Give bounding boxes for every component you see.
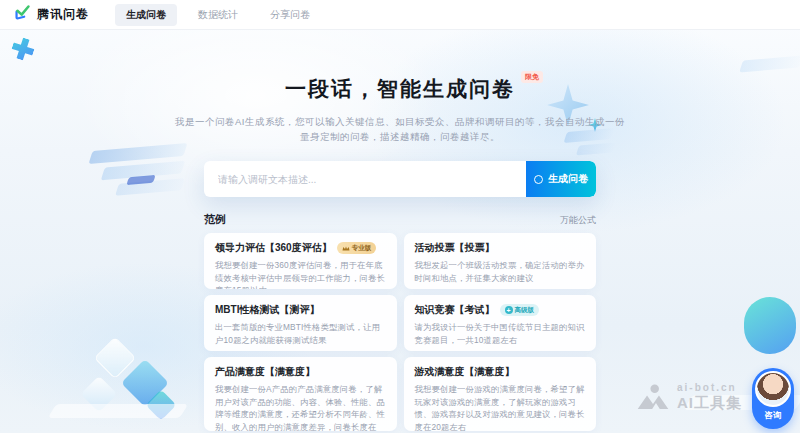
example-card-leadership[interactable]: 领导力评估【360度评估】 专业版 我想要创建一份360度评估问卷，用于在年底绩… xyxy=(204,233,397,289)
tab-data-statistics[interactable]: 数据统计 xyxy=(187,4,249,26)
ai-bot-watermark: ai-bot.cn AI工具集 xyxy=(636,382,742,413)
watermark-title: AI工具集 xyxy=(677,394,742,413)
example-card-mbti[interactable]: MBTI性格测试【测评】 出一套简版的专业MBTI性格类型测试，让用户10题之内… xyxy=(204,295,397,351)
hero-section: 一段话，智能生成问卷 限免 我是一个问卷AI生成系统，您可以输入关键信息、如目标… xyxy=(0,30,800,144)
example-cards: 领导力评估【360度评估】 专业版 我想要创建一份360度评估问卷，用于在年底绩… xyxy=(204,233,596,431)
example-card-vote[interactable]: 活动投票【投票】 我想发起一个班级活动投票，确定活动的举办时间和地点，并征集大家… xyxy=(404,233,597,289)
contact-label: 咨询 xyxy=(755,410,791,422)
contact-widget[interactable]: 咨询 xyxy=(752,368,794,429)
deco-teal-cylinder xyxy=(744,297,796,354)
crown-icon xyxy=(342,245,350,252)
hero-description: 我是一个问卷AI生成系统，您可以输入关键信息、如目标受众、品牌和调研目的等，我会… xyxy=(0,114,800,144)
brand-name: 腾讯问卷 xyxy=(37,6,89,23)
example-card-quiz[interactable]: 知识竞赛【考试】 + 高级版 请为我设计一份关于中国传统节日主题的知识竞赛题目，… xyxy=(404,295,597,351)
survey-description-input[interactable] xyxy=(204,161,526,197)
nav-tabs: 生成问卷 数据统计 分享问卷 xyxy=(115,4,321,26)
deco-left-glass-bar xyxy=(115,178,185,196)
hero-description-line1: 我是一个问卷AI生成系统，您可以输入关键信息、如目标受众、品牌和调研目的等，我会… xyxy=(0,114,800,129)
examples-section: 范例 万能公式 领导力评估【360度评估】 专业版 我想要创建一份360度评估问… xyxy=(204,212,596,431)
page-title: 一段话，智能生成问卷 限免 xyxy=(285,75,515,103)
tab-share-survey[interactable]: 分享问卷 xyxy=(259,4,321,26)
deco-cube xyxy=(94,337,136,379)
survey-logo-icon xyxy=(14,4,31,25)
brand-logo[interactable]: 腾讯问卷 xyxy=(14,4,89,25)
generate-ring-icon xyxy=(534,175,543,184)
deco-cube xyxy=(121,359,169,407)
example-card-game-satisfaction[interactable]: 游戏满意度【满意度】 我想要创建一份游戏的满意度问卷，希望了解玩家对该游戏的满意… xyxy=(404,357,597,431)
top-nav: 腾讯问卷 生成问卷 数据统计 分享问卷 xyxy=(0,0,800,30)
tab-generate-survey[interactable]: 生成问卷 xyxy=(115,4,177,26)
deco-left-glass-bar xyxy=(89,143,188,164)
generate-survey-button[interactable]: 生成问卷 xyxy=(526,161,596,197)
examples-heading: 范例 xyxy=(204,212,226,227)
generator-bar: 生成问卷 xyxy=(204,161,596,197)
universal-formula-link[interactable]: 万能公式 xyxy=(560,214,596,227)
example-card-product-satisfaction[interactable]: 产品满意度【满意度】 我要创建一份A产品的产品满意度问卷，了解用户对该产品的功能… xyxy=(204,357,397,431)
premium-badge: + 高级版 xyxy=(500,304,540,316)
deco-bottom-left-slab xyxy=(48,404,189,418)
consultant-avatar xyxy=(755,371,791,407)
watermark-url: ai-bot.cn xyxy=(677,382,742,393)
hero-description-line2: 量身定制的问卷，描述越精确，问卷越详尽。 xyxy=(0,129,800,144)
deco-right-glass-bar xyxy=(576,142,616,155)
deco-cube xyxy=(145,389,176,420)
ai-bot-logo-icon xyxy=(636,383,670,413)
deco-left-accent-bar xyxy=(126,175,155,185)
pro-badge: 专业版 xyxy=(337,242,377,254)
plus-icon: + xyxy=(505,306,513,314)
deco-cube xyxy=(81,376,118,413)
free-badge: 限免 xyxy=(521,71,543,83)
deco-left-glass-bar xyxy=(101,161,186,181)
